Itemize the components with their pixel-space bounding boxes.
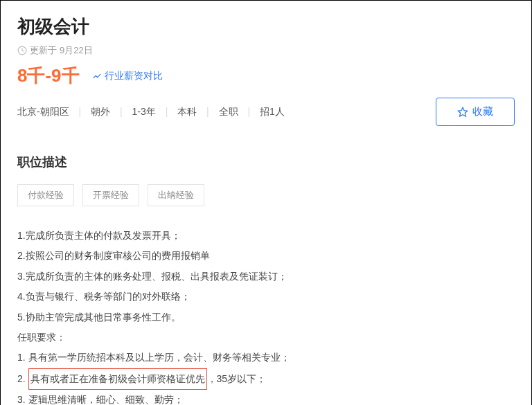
description-list: 1.完成所负责主体的付款及发票开具； 2.按照公司的财务制度审核公司的费用报销单…	[17, 226, 515, 405]
desc-item: 1.完成所负责主体的付款及发票开具；	[17, 226, 515, 246]
separator: |	[166, 106, 168, 117]
section-title: 职位描述	[17, 154, 515, 170]
update-info: 更新于 9月22日	[17, 44, 515, 57]
update-date: 9月22日	[60, 44, 93, 57]
chart-icon	[92, 71, 102, 81]
salary-amount: 8千-9千	[17, 64, 80, 88]
job-title: 初级会计	[17, 15, 515, 39]
tag-item: 出纳经验	[148, 184, 204, 206]
job-header: 初级会计 更新于 9月22日 8千-9千 行业薪资对比 北京-朝阳区 | 朝外	[17, 15, 515, 126]
desc-item: 3.完成所负责的主体的账务处理、报税、出具报表及凭证装订；	[17, 267, 515, 287]
collect-label: 收藏	[472, 105, 493, 118]
separator: |	[206, 106, 209, 117]
svg-marker-1	[458, 107, 467, 116]
req2-prefix: 2.	[17, 373, 28, 384]
salary-compare-link[interactable]: 行业薪资对比	[92, 70, 163, 82]
meta-experience: 1-3年	[132, 106, 156, 117]
meta-headcount: 招1人	[260, 106, 285, 117]
meta-list: 北京-朝阳区 | 朝外 | 1-3年 | 本科 | 全职 | 招1人	[17, 106, 285, 118]
separator: |	[120, 106, 123, 117]
meta-education: 本科	[177, 106, 197, 117]
req-item: 2. 具有或者正在准备初级会计师资格证优先，35岁以下；	[17, 368, 515, 390]
clock-icon	[17, 46, 27, 55]
salary-compare-label: 行业薪资对比	[105, 70, 163, 82]
description-section: 职位描述 付款经验 开票经验 出纳经验 1.完成所负责主体的付款及发票开具； 2…	[17, 154, 515, 405]
highlight-text: 具有或者正在准备初级会计师资格证优先	[28, 368, 207, 390]
star-icon	[457, 107, 468, 118]
req-item: 3. 逻辑思维清晰，细心、细致、勤劳；	[17, 390, 515, 405]
salary-row: 8千-9千 行业薪资对比	[17, 64, 515, 88]
meta-location: 北京-朝阳区	[17, 106, 69, 117]
update-prefix: 更新于	[30, 44, 57, 57]
desc-item: 5.协助主管完成其他日常事务性工作。	[17, 307, 515, 327]
separator: |	[79, 106, 82, 117]
desc-item: 2.按照公司的财务制度审核公司的费用报销单	[17, 246, 515, 266]
meta-jobtype: 全职	[219, 106, 238, 117]
tag-item: 开票经验	[82, 184, 139, 206]
req2-suffix: ，35岁以下；	[207, 373, 267, 384]
req-item: 1. 具有第一学历统招本科及以上学历，会计、财务等相关专业；	[17, 348, 515, 368]
separator: |	[247, 106, 250, 117]
meta-area: 朝外	[91, 106, 110, 117]
requirements-title: 任职要求：	[17, 327, 515, 348]
collect-button[interactable]: 收藏	[436, 98, 515, 126]
tag-item: 付款经验	[17, 184, 74, 206]
tags-row: 付款经验 开票经验 出纳经验	[17, 184, 515, 206]
desc-item: 4.负责与银行、税务等部门的对外联络；	[17, 287, 515, 307]
meta-row: 北京-朝阳区 | 朝外 | 1-3年 | 本科 | 全职 | 招1人 收藏	[17, 98, 515, 126]
